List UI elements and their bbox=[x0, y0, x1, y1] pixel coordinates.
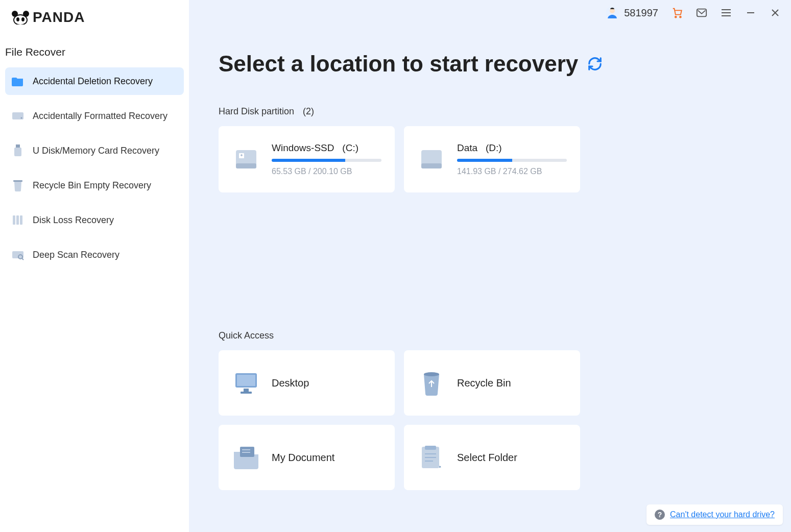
select-folder-icon bbox=[417, 443, 446, 472]
svg-rect-33 bbox=[237, 375, 255, 386]
sidebar-item-accidental-deletion[interactable]: Accidental Deletion Recovery bbox=[5, 67, 184, 95]
main-panel: 581997 Select a location to start recove… bbox=[189, 0, 791, 532]
quick-access-row: Desktop Recycle Bin My Document Select F… bbox=[219, 350, 761, 490]
svg-point-2 bbox=[14, 15, 27, 25]
sidebar-item-label: Disk Loss Recovery bbox=[33, 215, 114, 226]
menu-icon[interactable] bbox=[721, 7, 732, 18]
svg-rect-10 bbox=[13, 215, 15, 225]
svg-rect-20 bbox=[697, 9, 706, 17]
help-text[interactable]: Can't detect your hard drive? bbox=[670, 510, 775, 519]
refresh-icon[interactable] bbox=[587, 51, 603, 77]
sidebar-item-disk-loss[interactable]: Disk Loss Recovery bbox=[5, 206, 184, 234]
hdd-icon bbox=[417, 145, 446, 174]
sidebar-item-label: U Disk/Memory Card Recovery bbox=[33, 146, 159, 156]
svg-rect-28 bbox=[236, 163, 256, 168]
scan-icon bbox=[11, 248, 25, 261]
sidebar-item-deep-scan[interactable]: Deep Scan Recovery bbox=[5, 241, 184, 269]
sidebar-item-formatted[interactable]: Accidentally Formatted Recovery bbox=[5, 102, 184, 130]
sidebar: PANDA File Recover Accidental Deletion R… bbox=[0, 0, 189, 532]
usage-bar bbox=[272, 159, 381, 162]
partition-name: Data (D:) bbox=[457, 142, 567, 154]
qa-desktop[interactable]: Desktop bbox=[219, 350, 395, 416]
qa-label: Select Folder bbox=[457, 452, 517, 464]
partition-card-c[interactable]: Windows-SSD (C:) 65.53 GB / 200.10 GB bbox=[219, 126, 395, 192]
qa-label: Recycle Bin bbox=[457, 377, 511, 389]
svg-rect-31 bbox=[421, 163, 442, 168]
drive-icon bbox=[11, 109, 25, 123]
qa-label: Desktop bbox=[272, 377, 309, 389]
partition-name: Windows-SSD (C:) bbox=[272, 142, 381, 154]
svg-rect-11 bbox=[16, 215, 19, 225]
brand-name: PANDA bbox=[33, 9, 85, 26]
minimize-icon[interactable] bbox=[745, 7, 756, 18]
sidebar-title: File Recover bbox=[5, 40, 184, 67]
cart-icon[interactable] bbox=[672, 7, 683, 18]
usage-text: 65.53 GB / 200.10 GB bbox=[272, 167, 381, 176]
document-folder-icon bbox=[232, 443, 260, 472]
sidebar-item-recycle-bin[interactable]: Recycle Bin Empty Recovery bbox=[5, 172, 184, 199]
svg-rect-9 bbox=[13, 180, 22, 182]
partition-card-d[interactable]: Data (D:) 141.93 GB / 274.62 GB bbox=[404, 126, 580, 192]
qa-my-document[interactable]: My Document bbox=[219, 425, 395, 490]
recycle-bin-icon bbox=[417, 369, 446, 397]
sidebar-item-label: Accidental Deletion Recovery bbox=[33, 76, 153, 87]
folder-icon bbox=[11, 75, 25, 88]
panda-icon bbox=[11, 10, 30, 25]
svg-rect-41 bbox=[425, 446, 436, 450]
qa-label: My Document bbox=[272, 452, 334, 464]
usb-icon bbox=[11, 144, 25, 157]
sidebar-item-label: Recycle Bin Empty Recovery bbox=[33, 180, 151, 191]
topbar: 581997 bbox=[606, 6, 781, 19]
help-icon: ? bbox=[655, 510, 665, 520]
partitions-label: Hard Disk partition (2) bbox=[219, 106, 761, 117]
svg-rect-34 bbox=[244, 389, 249, 392]
svg-point-36 bbox=[424, 372, 439, 376]
sidebar-item-label: Accidentally Formatted Recovery bbox=[33, 111, 167, 122]
svg-line-15 bbox=[22, 258, 23, 260]
help-link[interactable]: ? Can't detect your hard drive? bbox=[646, 504, 783, 525]
svg-point-6 bbox=[21, 117, 22, 119]
usage-text: 141.93 GB / 274.62 GB bbox=[457, 167, 567, 176]
svg-point-3 bbox=[16, 17, 19, 21]
close-icon[interactable] bbox=[770, 7, 781, 18]
user-account[interactable]: 581997 bbox=[606, 6, 658, 19]
app-logo: PANDA bbox=[5, 7, 184, 40]
partitions-row: Windows-SSD (C:) 65.53 GB / 200.10 GB Da… bbox=[219, 126, 761, 192]
mail-icon[interactable] bbox=[696, 7, 707, 18]
svg-rect-7 bbox=[16, 144, 20, 148]
avatar-icon bbox=[606, 6, 619, 19]
svg-point-18 bbox=[675, 16, 677, 18]
qa-recycle-bin[interactable]: Recycle Bin bbox=[404, 350, 580, 416]
sidebar-item-label: Deep Scan Recovery bbox=[33, 250, 119, 260]
trash-icon bbox=[11, 179, 25, 192]
desktop-icon bbox=[232, 369, 260, 397]
sidebar-item-usb[interactable]: U Disk/Memory Card Recovery bbox=[5, 137, 184, 164]
svg-rect-35 bbox=[241, 392, 252, 394]
svg-point-19 bbox=[680, 16, 681, 18]
usage-bar bbox=[457, 159, 567, 162]
disk-array-icon bbox=[11, 213, 25, 227]
user-id: 581997 bbox=[624, 7, 658, 19]
quick-access-label: Quick Access bbox=[219, 330, 761, 341]
qa-select-folder[interactable]: Select Folder bbox=[404, 425, 580, 490]
hdd-icon bbox=[232, 145, 260, 174]
svg-point-4 bbox=[21, 17, 25, 21]
svg-rect-8 bbox=[14, 148, 21, 156]
svg-rect-12 bbox=[20, 215, 22, 225]
